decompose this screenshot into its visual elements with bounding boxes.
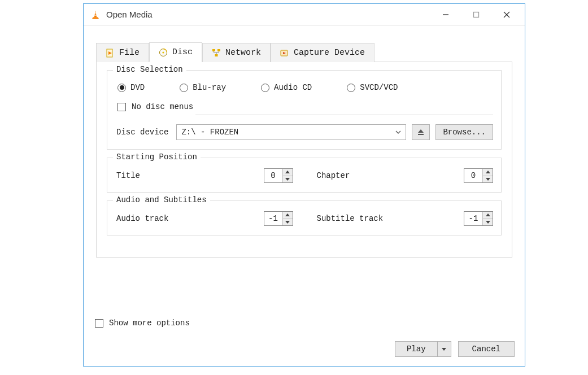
file-icon bbox=[106, 49, 115, 58]
radio-audiocd[interactable]: Audio CD bbox=[261, 83, 312, 92]
group-audio-subtitles: Audio and Subtitles Audio track -1 bbox=[107, 200, 502, 236]
tab-network[interactable]: Network bbox=[202, 43, 271, 62]
svg-rect-1 bbox=[95, 12, 97, 14]
chevron-down-icon bbox=[393, 127, 403, 137]
tab-capture[interactable]: Capture Device bbox=[271, 43, 374, 62]
spin-down-icon[interactable] bbox=[483, 176, 493, 183]
spin-down-icon[interactable] bbox=[283, 219, 293, 226]
chapter-spinner[interactable]: 0 bbox=[464, 168, 493, 183]
svg-rect-2 bbox=[94, 15, 97, 16]
vlc-icon bbox=[90, 10, 101, 20]
disc-device-combo[interactable]: Z:\ - FROZEN bbox=[176, 124, 406, 140]
cancel-button[interactable]: Cancel bbox=[458, 341, 515, 357]
radio-dvd[interactable]: DVD bbox=[117, 83, 145, 92]
browse-button[interactable]: Browse... bbox=[435, 124, 493, 140]
chapter-label: Chapter bbox=[317, 171, 350, 180]
svg-rect-12 bbox=[212, 49, 215, 51]
svg-marker-0 bbox=[94, 10, 97, 17]
disc-type-radios: DVD Blu-ray Audio CD SVCD/VCD bbox=[116, 81, 493, 101]
chevron-down-icon bbox=[442, 348, 446, 351]
radio-icon bbox=[117, 84, 126, 92]
subtitle-track-label: Subtitle track bbox=[317, 214, 384, 223]
radio-bluray-label: Blu-ray bbox=[193, 83, 226, 92]
disc-icon bbox=[159, 48, 168, 57]
svg-rect-13 bbox=[217, 49, 220, 51]
spin-down-icon[interactable] bbox=[483, 219, 493, 226]
tab-network-label: Network bbox=[225, 48, 261, 58]
radio-icon bbox=[347, 84, 355, 92]
window-controls bbox=[438, 7, 515, 23]
group-starting-position-legend: Starting Position bbox=[113, 152, 201, 162]
play-button-label: Play bbox=[407, 345, 426, 354]
title-spinner[interactable]: 0 bbox=[264, 168, 293, 183]
play-split-button: Play bbox=[395, 341, 451, 357]
audio-track-label: Audio track bbox=[116, 214, 168, 223]
group-starting-position: Starting Position Title 0 Chap bbox=[107, 158, 502, 193]
play-button[interactable]: Play bbox=[395, 341, 438, 357]
no-disc-menus-checkbox[interactable]: No disc menus bbox=[116, 101, 493, 112]
eject-button[interactable] bbox=[412, 124, 430, 140]
disc-device-value: Z:\ - FROZEN bbox=[181, 128, 238, 137]
eject-icon bbox=[417, 128, 425, 136]
chapter-value: 0 bbox=[464, 169, 482, 182]
radio-bluray[interactable]: Blu-ray bbox=[180, 83, 226, 92]
divider bbox=[195, 115, 493, 115]
radio-icon bbox=[261, 84, 269, 92]
tab-capture-label: Capture Device bbox=[294, 48, 365, 58]
title-label: Title bbox=[116, 171, 140, 180]
cancel-button-label: Cancel bbox=[472, 345, 500, 354]
checkbox-icon bbox=[117, 103, 126, 111]
disc-device-label: Disc device bbox=[116, 128, 168, 137]
group-disc-selection-legend: Disc Selection bbox=[113, 65, 186, 74]
maximize-button[interactable] bbox=[468, 7, 484, 23]
no-disc-menus-label: No disc menus bbox=[132, 102, 193, 111]
checkbox-icon bbox=[95, 319, 103, 328]
radio-audiocd-label: Audio CD bbox=[274, 83, 312, 92]
network-icon bbox=[212, 49, 221, 58]
spin-up-icon[interactable] bbox=[283, 169, 293, 176]
svg-marker-17 bbox=[418, 129, 424, 133]
spin-up-icon[interactable] bbox=[283, 212, 293, 219]
titlebar: Open Media bbox=[84, 4, 525, 25]
title-value: 0 bbox=[264, 169, 282, 182]
show-more-options-label: Show more options bbox=[109, 319, 190, 328]
tab-disc-label: Disc bbox=[172, 47, 193, 57]
group-disc-selection: Disc Selection DVD Blu-ray Audio CD bbox=[107, 70, 502, 150]
disc-device-row: Disc device Z:\ - FROZEN bbox=[116, 124, 493, 140]
svg-rect-18 bbox=[418, 134, 424, 135]
spin-up-icon[interactable] bbox=[483, 169, 493, 176]
audio-track-value: -1 bbox=[264, 212, 282, 225]
subtitle-track-value: -1 bbox=[464, 212, 482, 225]
play-dropdown-button[interactable] bbox=[438, 341, 451, 357]
spin-down-icon[interactable] bbox=[283, 176, 293, 183]
svg-rect-14 bbox=[215, 54, 218, 56]
radio-dvd-label: DVD bbox=[130, 83, 145, 92]
close-button[interactable] bbox=[499, 7, 515, 23]
svg-point-11 bbox=[162, 51, 164, 53]
audio-track-spinner[interactable]: -1 bbox=[264, 211, 293, 226]
window-title: Open Media bbox=[106, 10, 438, 19]
spin-up-icon[interactable] bbox=[483, 212, 493, 219]
disc-tabpanel: Disc Selection DVD Blu-ray Audio CD bbox=[96, 62, 512, 258]
subtitle-track-spinner[interactable]: -1 bbox=[464, 211, 493, 226]
capture-icon bbox=[280, 49, 289, 58]
tabstrip: File Disc Network bbox=[96, 41, 512, 62]
open-media-dialog: Open Media File bbox=[83, 3, 525, 367]
tab-file-label: File bbox=[119, 48, 140, 58]
minimize-button[interactable] bbox=[438, 7, 454, 23]
svg-marker-3 bbox=[92, 17, 99, 19]
show-more-options-checkbox[interactable]: Show more options bbox=[94, 317, 515, 329]
radio-icon bbox=[180, 84, 188, 92]
dialog-body: File Disc Network bbox=[84, 25, 525, 313]
radio-svcd-label: SVCD/VCD bbox=[360, 83, 398, 92]
radio-svcd[interactable]: SVCD/VCD bbox=[347, 83, 398, 92]
tab-disc[interactable]: Disc bbox=[149, 42, 202, 62]
tab-file[interactable]: File bbox=[96, 43, 149, 62]
browse-button-label: Browse... bbox=[443, 128, 486, 137]
dialog-footer: Show more options Play Cancel bbox=[84, 313, 525, 366]
svg-rect-5 bbox=[474, 12, 479, 17]
group-audio-subtitles-legend: Audio and Subtitles bbox=[113, 195, 210, 204]
